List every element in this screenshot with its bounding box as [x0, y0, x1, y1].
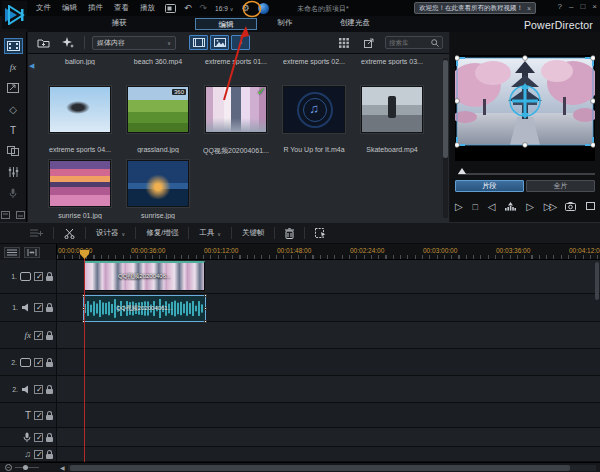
track-content[interactable]: [57, 322, 600, 348]
scroll-left-icon[interactable]: [60, 464, 65, 471]
layout-window-icon[interactable]: [165, 4, 176, 13]
voiceover-room-button[interactable]: [4, 185, 23, 201]
expand-library-icon[interactable]: [360, 35, 378, 50]
help-button[interactable]: ?: [558, 2, 562, 11]
settings-gear-icon[interactable]: [241, 4, 249, 13]
track-lock-icon[interactable]: [46, 389, 53, 394]
track-enable-checkbox[interactable]: [34, 303, 43, 312]
media-thumbnail-extreme-sports-04[interactable]: [49, 86, 111, 133]
seek-to-marker-button[interactable]: [505, 202, 516, 211]
next-frame-button[interactable]: [526, 201, 534, 212]
media-item-label[interactable]: extreme sports 01...: [197, 58, 275, 65]
stop-button[interactable]: [473, 201, 478, 212]
media-item-label[interactable]: R You Up for It.m4a: [275, 146, 353, 153]
title-room-button[interactable]: T: [4, 122, 23, 138]
track-enable-checkbox[interactable]: [34, 358, 43, 367]
media-item-label[interactable]: sunrise 01.jpg: [41, 212, 119, 219]
media-thumbnail-skateboard[interactable]: [361, 86, 423, 133]
maximize-button[interactable]: □: [580, 2, 585, 11]
media-item-label[interactable]: Skateboard.mp4: [353, 146, 431, 153]
media-item-label[interactable]: extreme sports 04...: [41, 146, 119, 153]
media-thumbnail-sunrise-01[interactable]: [49, 160, 111, 207]
zoom-out-icon[interactable]: [5, 464, 12, 471]
movie-mode-button[interactable]: 全片: [526, 180, 595, 192]
filter-music-button[interactable]: ♪: [231, 35, 250, 50]
media-item-label[interactable]: extreme sports 02...: [275, 58, 353, 65]
previous-frame-button[interactable]: [488, 201, 496, 212]
zoom-slider-knob[interactable]: [23, 465, 28, 470]
learning-center-icon[interactable]: [258, 3, 269, 14]
close-button[interactable]: ×: [592, 2, 597, 11]
fast-forward-button[interactable]: [544, 201, 555, 212]
tab-create-disc[interactable]: 创建光盘: [325, 18, 385, 28]
keyframe-button[interactable]: 关键帧: [242, 228, 265, 238]
track-lock-icon[interactable]: [46, 307, 53, 312]
tools-dropdown[interactable]: 工具: [199, 228, 221, 238]
menu-plugins[interactable]: 插件: [88, 3, 103, 13]
menu-playback[interactable]: 播放: [140, 3, 155, 13]
track-lock-icon[interactable]: [46, 276, 53, 281]
tab-edit[interactable]: 编辑: [195, 18, 257, 30]
play-button[interactable]: [455, 201, 463, 212]
particle-room-button[interactable]: [4, 101, 23, 117]
aspect-ratio-dropdown[interactable]: 16:9: [215, 5, 233, 12]
timeline-clip-video[interactable]: QQ视频20200406...: [84, 261, 205, 291]
filter-photo-button[interactable]: [210, 35, 229, 50]
track-content[interactable]: [57, 376, 600, 402]
filter-video-button[interactable]: [189, 35, 208, 50]
transition-room-button[interactable]: [4, 143, 23, 159]
track-lock-icon[interactable]: [46, 415, 53, 420]
track-enable-checkbox[interactable]: [34, 450, 43, 459]
seek-thumb[interactable]: [458, 168, 466, 174]
designer-dropdown[interactable]: 设计器: [96, 228, 125, 238]
fit-timeline-button[interactable]: [24, 247, 40, 258]
media-thumbnail-grassland[interactable]: 360: [127, 86, 189, 133]
scrollbar-thumb[interactable]: [70, 465, 570, 471]
media-thumbnail-music[interactable]: [283, 86, 345, 133]
zoom-slider[interactable]: [15, 467, 39, 468]
clip-handle[interactable]: [204, 307, 207, 310]
range-select-button[interactable]: [315, 228, 326, 238]
library-scrollbar[interactable]: [443, 58, 448, 218]
subtitle-room-button[interactable]: [16, 211, 25, 219]
effect-room-button[interactable]: fx: [4, 59, 23, 75]
snapshot-button[interactable]: [565, 202, 576, 211]
media-item-label[interactable]: ballon.jpg: [41, 58, 119, 65]
tab-capture[interactable]: 捕获: [99, 18, 139, 28]
track-lock-icon[interactable]: [46, 362, 53, 367]
track-enable-checkbox[interactable]: [34, 433, 43, 442]
audio-mixing-room-button[interactable]: [4, 164, 23, 180]
magic-wand-icon[interactable]: [59, 35, 77, 50]
undo-icon[interactable]: [184, 4, 192, 13]
import-media-button[interactable]: [34, 35, 52, 50]
track-lock-icon[interactable]: [46, 454, 53, 459]
media-room-button[interactable]: [4, 38, 23, 54]
track-header-fx[interactable]: fx: [0, 322, 57, 348]
menu-view[interactable]: 查看: [114, 3, 129, 13]
media-content-dropdown[interactable]: 媒体内容: [92, 36, 176, 50]
chapter-room-button[interactable]: [1, 211, 10, 219]
pip-room-button[interactable]: [4, 80, 23, 96]
media-item-label[interactable]: grassland.jpg: [119, 146, 197, 153]
media-thumbnail-sunrise[interactable]: [127, 160, 189, 207]
track-content[interactable]: [57, 428, 600, 446]
timeline-ruler[interactable]: 00:00:00:00 00:00:36:00 00:01:12:00 00:0…: [0, 244, 600, 260]
fix-enhance-button[interactable]: 修复/增强: [146, 228, 178, 238]
collapse-panel-icon[interactable]: [29, 62, 34, 70]
minimize-button[interactable]: –: [569, 2, 573, 11]
scrollbar-thumb[interactable]: [443, 60, 448, 158]
media-thumbnail-qq-video[interactable]: [205, 86, 267, 133]
track-enable-checkbox[interactable]: [34, 272, 43, 281]
media-item-label[interactable]: beach 360.mp4: [119, 58, 197, 65]
tooltip-close-icon[interactable]: ×: [527, 5, 531, 12]
track-header-voice[interactable]: [0, 428, 57, 446]
media-item-label[interactable]: extreme sports 03...: [353, 58, 431, 65]
seek-track[interactable]: [458, 173, 595, 175]
preview-seekbar[interactable]: [458, 168, 595, 176]
preview-viewport[interactable]: [455, 55, 595, 161]
grid-view-icon[interactable]: [335, 35, 353, 50]
media-item-label[interactable]: sunrise.jpg: [119, 212, 197, 219]
track-enable-checkbox[interactable]: [34, 331, 43, 340]
preview-quality-button[interactable]: [586, 202, 595, 210]
tab-produce[interactable]: 制作: [265, 18, 305, 28]
